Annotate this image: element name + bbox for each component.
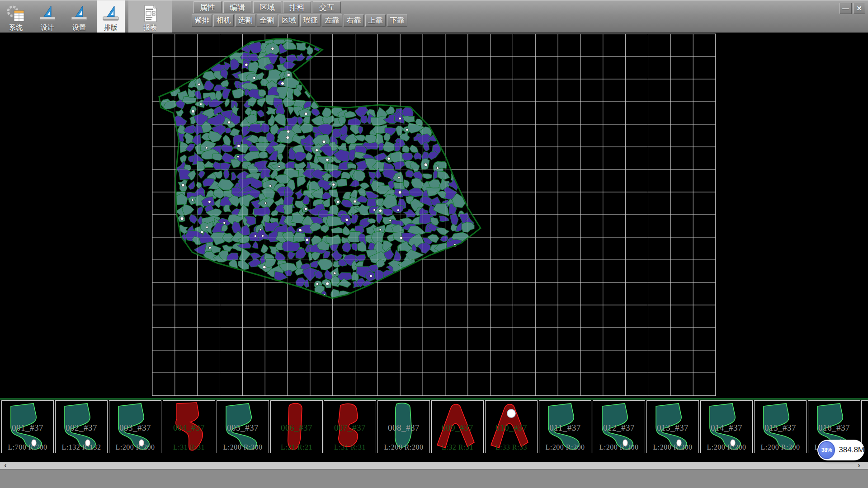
svg-text:014_#37: 014_#37	[711, 423, 742, 432]
nav-item-label: 系统	[9, 23, 23, 31]
design-icon	[38, 5, 57, 23]
report-icon	[140, 5, 160, 23]
part-thumbnail[interactable]: 014_#37L:200 R:200	[700, 400, 753, 453]
tool-bar: 聚排相机选割全割区域瑕疵左靠右靠上靠下靠	[192, 14, 407, 27]
svg-text:015_#37: 015_#37	[764, 423, 796, 432]
svg-text:L:200 R:200: L:200 R:200	[384, 443, 424, 451]
svg-text:012_#37: 012_#37	[603, 423, 635, 432]
svg-text:001_#37: 001_#37	[12, 423, 43, 432]
memory-percent: 38%	[821, 447, 832, 453]
memory-size-label: 384.8M	[839, 446, 864, 455]
part-thumbnail[interactable]: 006_#37L:21 R:21	[270, 400, 323, 453]
nav-item-label: 设计	[41, 23, 54, 31]
part-thumbnail[interactable]: 015_#37L:200 R:200	[754, 400, 807, 453]
part-thumbnail[interactable]: 008_#37L:200 R:200	[377, 400, 430, 453]
svg-text:L:132 R:132: L:132 R:132	[61, 443, 101, 451]
nav-item-report[interactable]: 报表	[128, 0, 172, 33]
svg-text:L:700 R:700: L:700 R:700	[8, 443, 47, 451]
tool-camera[interactable]: 相机	[213, 14, 234, 27]
svg-text:L:200 R:200: L:200 R:200	[653, 443, 692, 451]
scroll-right-arrow-icon[interactable]: ›	[854, 462, 863, 469]
nesting-canvas[interactable]	[0, 33, 868, 399]
part-thumbnail[interactable]: 012_#37L:200 R:200	[593, 400, 645, 453]
tool-align-top[interactable]: 上靠	[365, 14, 386, 27]
svg-text:005_#37: 005_#37	[227, 423, 259, 432]
nesting-layout-svg	[0, 33, 868, 399]
nav-item-settings[interactable]: 设置	[65, 0, 93, 33]
part-thumbnail[interactable]: 005_#37L:200 R:200	[217, 400, 269, 453]
status-bar	[0, 469, 868, 488]
memory-usage-badge: 38% 384.8M	[817, 440, 864, 460]
nav-tabs: 系统设计设置排版报表	[2, 0, 175, 33]
svg-text:L:31 R:31: L:31 R:31	[173, 443, 205, 451]
tool-cut-all[interactable]: 全割	[257, 14, 277, 27]
svg-text:L:200 R:200: L:200 R:200	[115, 443, 155, 451]
part-thumbnail[interactable]: 003_#37L:200 R:200	[109, 400, 161, 453]
nav-item-label: 排版	[104, 23, 118, 31]
menu-nesting[interactable]: 排料	[283, 1, 311, 13]
tool-align-bottom[interactable]: 下靠	[387, 14, 407, 27]
system-icon	[6, 5, 26, 23]
svg-text:L:33 R:33: L:33 R:33	[495, 443, 527, 451]
close-button[interactable]: ✕	[853, 3, 865, 14]
svg-text:L:200 R:200: L:200 R:200	[599, 443, 638, 451]
top-toolbar: 系统设计设置排版报表 属性编辑区域排料交互 聚排相机选割全割区域瑕疵左靠右靠上靠…	[0, 0, 868, 33]
parts-strip: 001_#37L:700 R:700002_#37L:132 R:132003_…	[0, 399, 868, 462]
part-thumbnail[interactable]: 010_#37L:33 R:33	[485, 400, 538, 453]
svg-text:L:200 R:200: L:200 R:200	[707, 443, 746, 451]
svg-text:L:200 R:200: L:200 R:200	[760, 443, 800, 451]
svg-text:L:32 R:31: L:32 R:31	[442, 443, 473, 451]
settings-icon	[69, 5, 89, 23]
svg-text:L:31 R:31: L:31 R:31	[334, 443, 366, 451]
tool-cluster-nest[interactable]: 聚排	[192, 14, 212, 27]
memory-percent-circle: 38%	[818, 441, 835, 459]
part-thumbnail[interactable]: 013_#37L:200 R:200	[646, 400, 699, 453]
svg-text:003_#37: 003_#37	[119, 423, 151, 432]
nav-item-label: 设置	[72, 23, 86, 31]
tool-align-left[interactable]: 左靠	[322, 14, 342, 27]
svg-text:009_#37: 009_#37	[442, 423, 473, 432]
nav-item-design[interactable]: 设计	[33, 0, 61, 33]
tool-align-right[interactable]: 右靠	[344, 14, 364, 27]
svg-text:016_#37: 016_#37	[818, 423, 850, 432]
part-thumbnail[interactable]: 011_#37L:200 R:200	[539, 400, 591, 453]
nav-item-nesting[interactable]: 排版	[97, 0, 125, 33]
tool-region[interactable]: 区域	[278, 14, 299, 27]
tool-defect[interactable]: 瑕疵	[300, 14, 321, 27]
part-thumbnail[interactable]: 009_#37L:32 R:31	[431, 400, 484, 453]
part-thumbnail[interactable]: 004_#37L:31 R:31	[163, 400, 215, 453]
horizontal-scrollbar[interactable]: ‹ ›	[0, 462, 868, 469]
menu-bar: 属性编辑区域排料交互	[193, 1, 341, 13]
nav-item-label: 报表	[143, 23, 157, 31]
window-controls: — ✕	[840, 3, 865, 14]
minimize-button[interactable]: —	[840, 3, 852, 14]
application-window: 系统设计设置排版报表 属性编辑区域排料交互 聚排相机选割全割区域瑕疵左靠右靠上靠…	[0, 0, 868, 488]
svg-text:007_#37: 007_#37	[334, 423, 366, 432]
svg-text:L:200 R:200: L:200 R:200	[546, 443, 585, 451]
part-thumbnail[interactable]: 007_#37L:31 R:31	[324, 400, 376, 453]
svg-text:004_#37: 004_#37	[173, 423, 205, 432]
menu-edit[interactable]: 编辑	[223, 1, 251, 13]
nesting-icon	[101, 5, 121, 23]
svg-text:013_#37: 013_#37	[657, 423, 689, 432]
nav-item-system[interactable]: 系统	[2, 0, 30, 33]
part-thumbnail[interactable]: 001_#37L:700 R:700	[1, 400, 54, 453]
part-thumbnail[interactable]: 002_#37L:132 R:132	[55, 400, 108, 453]
svg-text:010_#37: 010_#37	[495, 423, 527, 432]
menu-properties[interactable]: 属性	[193, 1, 222, 13]
scroll-left-arrow-icon[interactable]: ‹	[1, 462, 10, 469]
svg-text:002_#37: 002_#37	[66, 423, 97, 432]
svg-text:006_#37: 006_#37	[281, 423, 312, 432]
tool-select-cut[interactable]: 选割	[235, 14, 255, 27]
svg-text:L:21 R:21: L:21 R:21	[281, 443, 312, 451]
svg-text:L:200 R:200: L:200 R:200	[223, 443, 262, 451]
menu-interact[interactable]: 交互	[313, 1, 341, 13]
menu-region[interactable]: 区域	[253, 1, 281, 13]
svg-text:011_#37: 011_#37	[549, 423, 580, 432]
svg-text:008_#37: 008_#37	[388, 423, 420, 432]
